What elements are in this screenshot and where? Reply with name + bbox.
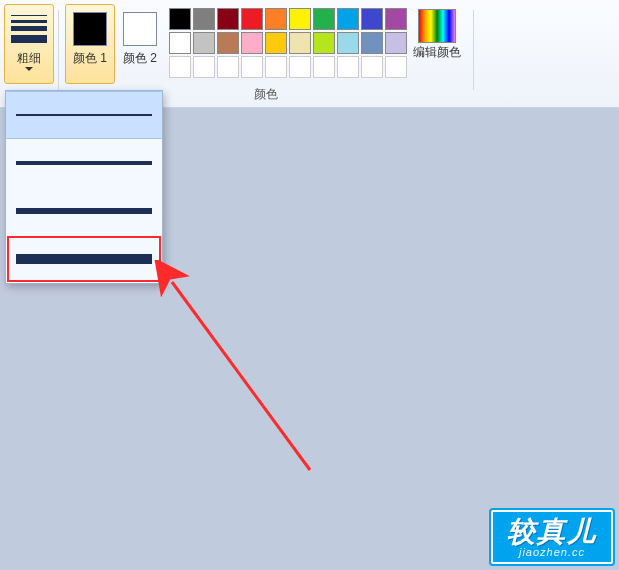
separator: [58, 10, 59, 90]
color1-swatch: [73, 12, 107, 46]
thickness-8px[interactable]: [6, 235, 162, 283]
color-swatch[interactable]: [289, 32, 311, 54]
thickness-line-icon: [16, 114, 152, 116]
color-swatch[interactable]: [169, 8, 191, 30]
empty-swatch[interactable]: [241, 56, 263, 78]
empty-swatch[interactable]: [289, 56, 311, 78]
thickness-line-icon: [16, 254, 152, 264]
color2-swatch: [123, 12, 157, 46]
color-swatch[interactable]: [217, 8, 239, 30]
empty-swatch[interactable]: [313, 56, 335, 78]
thickness-dropdown: [5, 90, 163, 284]
thickness-button[interactable]: 粗细: [4, 4, 54, 84]
empty-swatch[interactable]: [217, 56, 239, 78]
empty-swatch[interactable]: [385, 56, 407, 78]
color-swatch[interactable]: [217, 32, 239, 54]
color-swatch[interactable]: [385, 32, 407, 54]
thickness-5px[interactable]: [6, 187, 162, 235]
empty-swatch[interactable]: [169, 56, 191, 78]
thickness-line-icon: [16, 208, 152, 214]
color-swatch[interactable]: [169, 32, 191, 54]
color-swatch[interactable]: [337, 8, 359, 30]
color-swatch[interactable]: [361, 8, 383, 30]
chevron-down-icon: [25, 67, 33, 71]
empty-swatch[interactable]: [361, 56, 383, 78]
color-swatch[interactable]: [193, 8, 215, 30]
color-swatch[interactable]: [289, 8, 311, 30]
watermark-subtitle: jiaozhen.cc: [507, 546, 597, 558]
color-swatch[interactable]: [361, 32, 383, 54]
color-swatch[interactable]: [193, 32, 215, 54]
color-swatch[interactable]: [265, 8, 287, 30]
color-swatch[interactable]: [241, 8, 263, 30]
color2-label: 颜色 2: [123, 51, 157, 65]
edit-colors-button[interactable]: 编辑颜色: [407, 4, 467, 64]
watermark: 较真儿 jiaozhen.cc: [491, 510, 613, 564]
color-swatch[interactable]: [313, 32, 335, 54]
color-swatch[interactable]: [337, 32, 359, 54]
watermark-title: 较真儿: [507, 518, 597, 546]
color-palette: [165, 4, 407, 78]
color-swatch[interactable]: [313, 8, 335, 30]
color1-button[interactable]: 颜色 1: [65, 4, 115, 84]
color-swatch[interactable]: [265, 32, 287, 54]
empty-swatch[interactable]: [337, 56, 359, 78]
empty-swatch[interactable]: [265, 56, 287, 78]
spectrum-icon: [418, 9, 456, 43]
color-swatch[interactable]: [241, 32, 263, 54]
color2-button[interactable]: 颜色 2: [115, 4, 165, 84]
color1-label: 颜色 1: [73, 51, 107, 65]
palette-row-1: [169, 8, 407, 30]
thickness-3px[interactable]: [6, 139, 162, 187]
thickness-icon: [9, 9, 49, 49]
palette-row-2: [169, 32, 407, 54]
separator: [473, 10, 474, 90]
empty-swatch[interactable]: [193, 56, 215, 78]
color-swatch[interactable]: [385, 8, 407, 30]
palette-row-3: [169, 56, 407, 78]
thickness-1px[interactable]: [6, 91, 162, 139]
thickness-label: 粗细: [17, 51, 41, 65]
edit-colors-label: 编辑颜色: [413, 45, 461, 59]
thickness-line-icon: [16, 161, 152, 165]
